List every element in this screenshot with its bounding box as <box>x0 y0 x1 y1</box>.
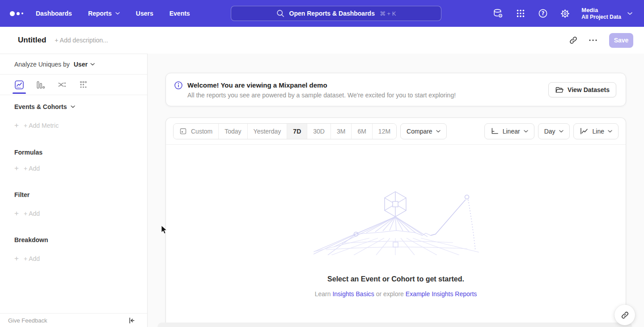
section-breakdown-label: Breakdown <box>14 236 48 243</box>
banner-subtitle: All the reports you see are powered by a… <box>174 92 456 99</box>
analyze-row: Analyze Uniques by User <box>0 54 147 75</box>
next-section-peek <box>157 323 632 327</box>
plus-icon: + <box>14 210 19 217</box>
empty-state-links: Learn Insights Basics or explore Example… <box>166 290 626 298</box>
project-switcher[interactable]: Media All Project Data <box>581 7 632 21</box>
flow-tab-icon <box>57 80 67 90</box>
example-insights-reports-link[interactable]: Example Insights Reports <box>406 290 477 298</box>
date-range-custom[interactable]: Custom <box>174 124 218 139</box>
date-range-custom-label: Custom <box>191 128 212 135</box>
line-chart-tab-icon <box>14 80 24 90</box>
chart-type-label: Line <box>593 128 604 135</box>
nav-dashboards[interactable]: Dashboards <box>36 10 72 17</box>
tab-bar-chart[interactable] <box>36 80 46 90</box>
help-icon: ? <box>538 8 548 19</box>
date-range-12m[interactable]: 12M <box>372 124 396 139</box>
nav-events[interactable]: Events <box>169 10 190 17</box>
insights-chart-card: Custom Today Yesterday 7D 30D 3M 6M 12M … <box>165 117 626 327</box>
date-range-6m[interactable]: 6M <box>351 124 372 139</box>
scale-dropdown[interactable]: Linear <box>484 123 534 139</box>
add-formula-button[interactable]: + + Add <box>14 165 40 172</box>
floating-share-link-button[interactable] <box>614 305 635 325</box>
collapse-sidebar-button[interactable] <box>128 317 136 324</box>
date-range-7d[interactable]: 7D <box>287 124 307 139</box>
save-button[interactable]: Save <box>609 33 633 48</box>
add-breakdown-button[interactable]: + + Add <box>14 255 40 262</box>
more-options-button[interactable] <box>585 32 601 48</box>
calendar-icon <box>179 127 187 135</box>
section-breakdown: Breakdown <box>14 236 48 243</box>
logo-dot <box>10 11 15 16</box>
help-button[interactable]: ? <box>537 8 549 20</box>
compare-dropdown[interactable]: Compare <box>400 123 447 139</box>
data-management-icon <box>492 8 504 19</box>
add-filter-button[interactable]: + + Add <box>14 210 40 217</box>
nav-reports-label: Reports <box>88 10 112 17</box>
query-builder-sidebar: Analyze Uniques by User <box>0 54 148 327</box>
global-search[interactable]: Open Reports & Dashboards ⌘ + K <box>231 6 441 21</box>
date-range-30d[interactable]: 30D <box>307 124 330 139</box>
view-datasets-button[interactable]: View Datasets <box>548 82 616 97</box>
analyze-label: Analyze Uniques by <box>14 61 70 68</box>
logo-dot <box>21 13 23 14</box>
banner-title: Welcome! You are viewing a Mixpanel demo <box>187 81 327 89</box>
data-management-button[interactable] <box>492 8 504 20</box>
nav-reports[interactable]: Reports <box>88 10 120 17</box>
report-header: Untitled + Add description... Save <box>0 27 644 54</box>
interval-label: Day <box>544 128 555 135</box>
view-datasets-label: View Datasets <box>568 86 610 93</box>
add-metric-label: + Add Metric <box>24 122 59 129</box>
info-icon <box>174 81 183 90</box>
visualization-tabs <box>0 75 147 95</box>
tab-metrics[interactable] <box>79 80 89 90</box>
mixpanel-logo[interactable] <box>10 11 28 16</box>
collapse-left-icon <box>128 317 136 324</box>
settings-button[interactable] <box>559 8 571 20</box>
demo-welcome-banner: Welcome! You are viewing a Mixpanel demo… <box>165 73 626 106</box>
plus-icon: + <box>14 122 19 129</box>
chevron-down-icon <box>559 130 564 133</box>
empty-state-middle-text: or explore <box>376 290 404 298</box>
nav-users[interactable]: Users <box>136 10 153 17</box>
banner-text: Welcome! You are viewing a Mixpanel demo… <box>174 81 456 99</box>
empty-state-learn-prefix: Learn <box>315 290 331 298</box>
plus-icon: + <box>14 256 19 262</box>
insights-basics-link[interactable]: Insights Basics <box>332 290 374 298</box>
section-formulas-label: Formulas <box>14 149 42 156</box>
apps-grid-button[interactable] <box>514 8 526 20</box>
report-title[interactable]: Untitled <box>18 36 46 45</box>
date-range-yesterday[interactable]: Yesterday <box>247 124 287 139</box>
date-range-today[interactable]: Today <box>218 124 247 139</box>
chart-type-dropdown[interactable]: Line <box>573 123 619 139</box>
compare-label: Compare <box>407 128 432 135</box>
report-canvas: Welcome! You are viewing a Mixpanel demo… <box>148 54 644 327</box>
interval-dropdown[interactable]: Day <box>538 123 570 139</box>
tab-insights-line[interactable] <box>14 80 24 90</box>
analyze-entity-dropdown[interactable]: User <box>74 61 95 68</box>
copy-link-button[interactable] <box>565 32 581 48</box>
chevron-down-icon <box>627 12 632 15</box>
chevron-down-icon <box>71 105 75 108</box>
section-events-cohorts-label: Events & Cohorts <box>14 103 67 110</box>
primary-nav: Dashboards Reports Users Events <box>36 10 190 17</box>
svg-text:?: ? <box>541 10 544 17</box>
section-events-cohorts[interactable]: Events & Cohorts <box>14 103 75 110</box>
project-subtitle: All Project Data <box>581 14 621 21</box>
analyze-entity-value: User <box>74 61 88 68</box>
add-metric-button[interactable]: + + Add Metric <box>14 122 59 129</box>
date-range-3m[interactable]: 3M <box>330 124 351 139</box>
report-description-placeholder[interactable]: + Add description... <box>55 37 108 44</box>
add-formula-label: + Add <box>24 165 40 172</box>
search-label: Open Reports & Dashboards <box>289 10 375 17</box>
add-breakdown-label: + Add <box>24 255 40 262</box>
chevron-down-icon <box>436 130 441 133</box>
tab-flow[interactable] <box>57 80 67 90</box>
search-shortcut: ⌘ + K <box>380 10 396 17</box>
gear-icon <box>559 8 571 19</box>
chevron-down-icon <box>524 130 528 133</box>
section-filter: Filter <box>14 191 30 198</box>
project-name: Media <box>581 7 621 14</box>
link-icon <box>569 36 578 45</box>
apps-grid-icon <box>516 8 525 18</box>
give-feedback-link[interactable]: Give Feedback <box>8 317 47 324</box>
